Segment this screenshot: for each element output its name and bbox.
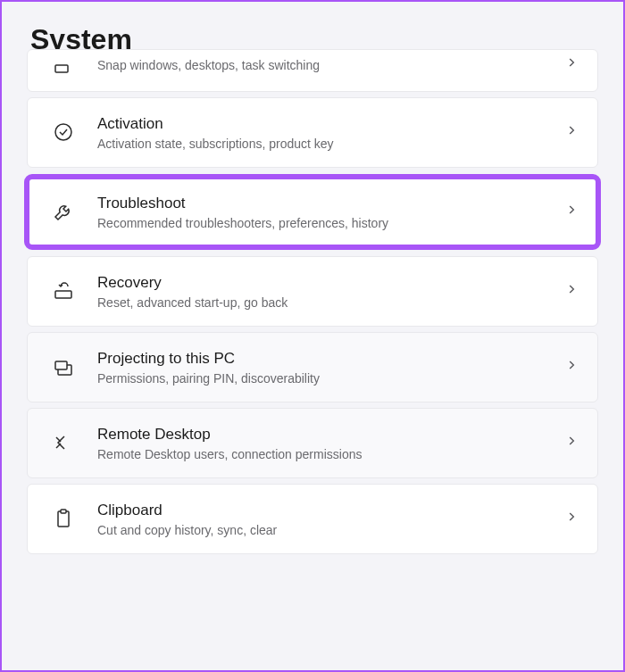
settings-item-subtitle: Activation state, subscriptions, product… [97,137,554,151]
settings-item-subtitle: Permissions, pairing PIN, discoverabilit… [97,371,554,386]
settings-item-title: Activation [97,114,554,135]
settings-list: Snap windows, desktops, task switching A… [27,74,598,554]
settings-item-clipboard[interactable]: Clipboard Cut and copy history, sync, cl… [27,484,598,554]
chevron-right-icon [565,510,578,527]
svg-rect-4 [55,361,67,369]
settings-item-subtitle: Cut and copy history, sync, clear [97,523,554,537]
checkmark-circle-icon [47,121,79,143]
recovery-icon [47,280,79,302]
settings-item-recovery[interactable]: Recovery Reset, advanced start-up, go ba… [27,256,598,327]
settings-item-remote-desktop[interactable]: Remote Desktop Remote Desktop users, con… [27,408,598,478]
settings-item-troubleshoot[interactable]: Troubleshoot Recommended troubleshooters… [27,177,598,247]
svg-rect-8 [61,510,66,513]
settings-item-title: Clipboard [97,501,554,521]
chevron-right-icon [565,283,578,299]
settings-item-subtitle: Remote Desktop users, connection permiss… [97,447,554,461]
svg-point-1 [55,124,71,140]
chevron-right-icon [565,359,578,375]
chevron-right-icon [565,435,578,451]
chevron-right-icon [565,124,578,140]
remote-icon [47,432,79,453]
settings-item-title: Recovery [97,273,554,294]
svg-line-5 [56,437,61,442]
project-icon [47,356,79,377]
svg-rect-2 [55,291,71,298]
settings-item-title: Projecting to this PC [97,349,554,369]
svg-rect-0 [55,65,68,72]
chevron-right-icon [565,203,578,220]
multitask-icon [47,54,79,75]
settings-item-title: Remote Desktop [97,425,554,445]
settings-item-title: Troubleshoot [97,194,554,214]
settings-item-subtitle: Recommended troubleshooters, preferences… [97,216,554,230]
wrench-icon [47,201,79,222]
settings-item-subtitle: Reset, advanced start-up, go back [97,295,554,310]
settings-item-multitasking[interactable]: Snap windows, desktops, task switching [27,49,598,92]
svg-line-6 [56,444,61,448]
settings-item-activation[interactable]: Activation Activation state, subscriptio… [27,97,598,168]
settings-item-subtitle: Snap windows, desktops, task switching [97,58,554,72]
settings-item-projecting[interactable]: Projecting to this PC Permissions, pairi… [27,332,598,402]
chevron-right-icon [565,56,578,72]
clipboard-icon [47,508,79,529]
